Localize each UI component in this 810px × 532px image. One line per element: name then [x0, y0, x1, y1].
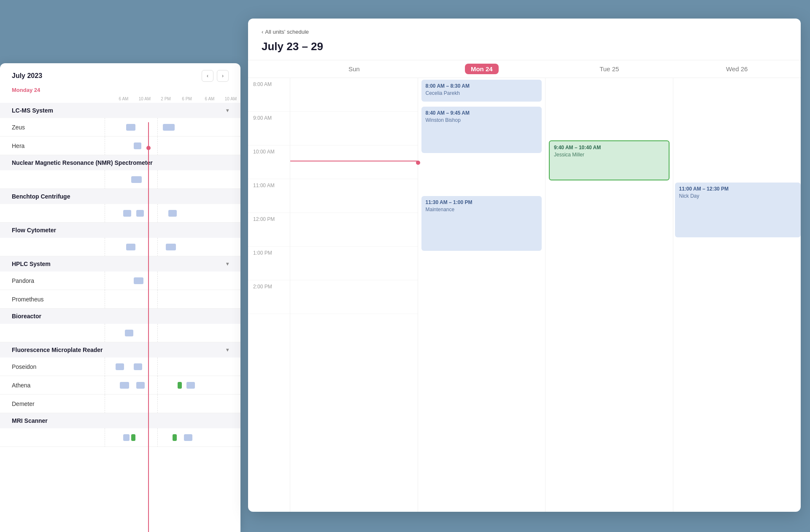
- sun-cell-9am: [290, 112, 418, 145]
- zeus-bar-2: [163, 124, 174, 131]
- event-cecelia-time: 8:00 AM – 8:30 AM: [426, 83, 538, 89]
- current-time-line-sun: [290, 161, 418, 161]
- flowcyto-bar-1: [126, 244, 135, 250]
- day-headers: Sun Mon 24 Tue 25 Wed 26: [248, 60, 801, 78]
- poseidon-timeline: [105, 357, 229, 376]
- equipment-name-hera: Hera: [12, 142, 105, 149]
- next-month-button[interactable]: ›: [217, 70, 229, 82]
- time-slot-1pm: 1:00 PM: [248, 247, 290, 280]
- equipment-name-pandora: Pandora: [12, 277, 105, 284]
- nmr-bar-1: [131, 176, 142, 183]
- event-cecelia-parekh[interactable]: 8:00 AM – 8:30 AM Cecelia Parekh: [421, 80, 542, 102]
- list-item[interactable]: Hera: [0, 137, 240, 155]
- day-header-wed: Wed 26: [673, 60, 801, 78]
- hera-timeline: [105, 137, 229, 155]
- event-winston-bishop[interactable]: 8:40 AM – 9:45 AM Winston Bishop: [421, 107, 542, 153]
- current-time-dot-mon: [416, 161, 420, 165]
- poseidon-bar-2: [134, 363, 142, 370]
- time-slot-2pm: 2:00 PM: [248, 280, 290, 314]
- sun-cell-1pm: [290, 247, 418, 280]
- category-centrifuge[interactable]: Benchtop Centrifuge: [0, 189, 240, 204]
- prev-month-button[interactable]: ‹: [202, 70, 213, 82]
- category-lcms[interactable]: LC-MS System ▾: [0, 103, 240, 118]
- time-column-spacer: [248, 60, 290, 78]
- equipment-name-prometheus: Prometheus: [12, 296, 105, 303]
- bioreactor-timeline: [105, 324, 229, 342]
- category-nmr[interactable]: Nuclear Magnetic Resonance (NMR) Spectro…: [0, 155, 240, 170]
- sun-cell-2pm: [290, 280, 418, 314]
- mini-time-label-6am: 6 AM: [113, 97, 134, 101]
- athena-bar-2: [136, 382, 145, 389]
- event-nick-day[interactable]: 11:00 AM – 12:30 PM Nick Day: [675, 183, 801, 237]
- centrifuge-timeline: [105, 204, 229, 222]
- bioreactor-bar-1: [125, 330, 133, 336]
- day-header-tue: Tue 25: [545, 60, 673, 78]
- event-cecelia-name: Cecelia Parekh: [426, 90, 538, 96]
- day-label-sun: Sun: [348, 65, 360, 73]
- event-maintenance-time: 11:30 AM – 1:00 PM: [426, 199, 538, 205]
- zeus-bar-1: [126, 124, 135, 131]
- event-jessica-miller[interactable]: 9:40 AM – 10:40 AM Jessica Miller: [549, 140, 670, 180]
- day-column-wed[interactable]: 11:00 AM – 12:30 PM Nick Day: [673, 78, 801, 512]
- time-column: 8:00 AM 9:00 AM 10:00 AM 11:00 AM 12:00 …: [248, 78, 290, 512]
- list-item[interactable]: Athena: [0, 376, 240, 395]
- category-hplc[interactable]: HPLC System ▾: [0, 256, 240, 271]
- prometheus-timeline: [105, 290, 229, 308]
- demeter-timeline: [105, 395, 229, 413]
- sun-cell-10am: [290, 145, 418, 179]
- athena-bar-1: [120, 382, 129, 389]
- nav-arrows: ‹ ›: [202, 70, 229, 82]
- list-item[interactable]: [0, 170, 240, 189]
- event-maintenance[interactable]: 11:30 AM – 1:00 PM Maintenance: [421, 196, 542, 251]
- day-column-mon[interactable]: 8:00 AM – 8:30 AM Cecelia Parekh 8:40 AM…: [418, 78, 546, 512]
- category-mri-label: MRI Scanner: [12, 417, 48, 424]
- athena-timeline: [105, 376, 229, 394]
- current-date-label: Monday 24: [0, 85, 240, 97]
- list-item[interactable]: [0, 324, 240, 342]
- category-nmr-label: Nuclear Magnetic Resonance (NMR) Spectro…: [12, 159, 153, 166]
- event-jessica-name: Jessica Miller: [554, 152, 664, 158]
- centrifuge-bar-3: [168, 210, 177, 217]
- pandora-bar-1: [134, 277, 143, 284]
- category-lcms-label: LC-MS System: [12, 107, 53, 114]
- event-winston-time: 8:40 AM – 9:45 AM: [426, 110, 538, 116]
- category-mri[interactable]: MRI Scanner: [0, 413, 240, 428]
- today-badge-mon: Mon 24: [465, 64, 499, 74]
- mini-time-label2-6am: 6 AM: [199, 97, 220, 101]
- mini-time-label2-10am: 10 AM: [220, 97, 240, 101]
- month-title: July 2023: [12, 72, 42, 80]
- list-item[interactable]: Pandora: [0, 271, 240, 290]
- day-header-sun: Sun: [290, 60, 418, 78]
- calendar-grid: Sun Mon 24 Tue 25 Wed 26 8:00 AM 9:00 AM…: [248, 60, 801, 512]
- category-bioreactor[interactable]: Bioreactor: [0, 309, 240, 324]
- right-header: ‹ All units' schedule July 23 – 29: [248, 19, 801, 60]
- hera-bar-1: [134, 142, 141, 149]
- list-item[interactable]: Demeter: [0, 395, 240, 413]
- mri-bar-green-1: [131, 434, 135, 441]
- event-jessica-time: 9:40 AM – 10:40 AM: [554, 145, 664, 150]
- chevron-down-icon-fluor: ▾: [226, 347, 229, 353]
- back-link[interactable]: ‹ All units' schedule: [262, 29, 787, 35]
- list-item[interactable]: [0, 238, 240, 256]
- day-label-tue: Tue 25: [599, 65, 619, 73]
- equipment-name-poseidon: Poseidon: [12, 363, 105, 370]
- poseidon-bar-1: [116, 363, 124, 370]
- time-slot-8am: 8:00 AM: [248, 78, 290, 112]
- list-item[interactable]: [0, 204, 240, 223]
- event-nick-time: 11:00 AM – 12:30 PM: [679, 186, 797, 192]
- category-flowcyto[interactable]: Flow Cytometer: [0, 223, 240, 238]
- zeus-timeline: [105, 118, 229, 136]
- time-slot-12pm: 12:00 PM: [248, 213, 290, 247]
- day-column-tue[interactable]: 9:40 AM – 10:40 AM Jessica Miller: [545, 78, 673, 512]
- centrifuge-bar-2: [136, 210, 143, 217]
- list-item[interactable]: Zeus: [0, 118, 240, 137]
- centrifuge-bar-1: [123, 210, 131, 217]
- left-panel: July 2023 ‹ › Monday 24 6 AM 10 AM 2 PM …: [0, 63, 240, 532]
- flowcyto-timeline: [105, 238, 229, 256]
- list-item[interactable]: Poseidon: [0, 357, 240, 376]
- category-fluorescence[interactable]: Fluorescence Microplate Reader ▾: [0, 342, 240, 357]
- list-item[interactable]: Prometheus: [0, 290, 240, 309]
- day-column-sun[interactable]: [290, 78, 418, 512]
- list-item[interactable]: [0, 428, 240, 447]
- right-panel: ‹ All units' schedule July 23 – 29 Sun M…: [248, 19, 801, 512]
